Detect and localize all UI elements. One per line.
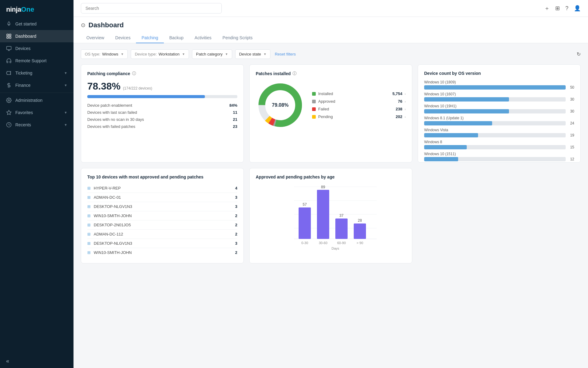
device-row[interactable]: ⊞ ADMAN-DC-112 2 (87, 230, 237, 239)
device-row[interactable]: ⊞ ADMAN-DC-01 3 (87, 193, 237, 202)
os-type-filter[interactable]: OS type: Windows ▼ (81, 49, 128, 59)
tab-backup[interactable]: Backup (164, 33, 189, 43)
sidebar-item-ticketing[interactable]: Ticketing ▼ (0, 67, 74, 79)
os-bar-label: Windows 8 (424, 140, 574, 144)
donut-container: 79.08% Installed 5,754 › (256, 81, 406, 130)
refresh-icon[interactable]: ↻ (577, 51, 581, 57)
page-title: Dashboard (89, 21, 124, 29)
sidebar-label-favorites: Favorites (15, 110, 33, 115)
pending-count: 202 (396, 114, 402, 119)
donut-center: 79.08% (272, 102, 288, 108)
os-bar-fill (424, 85, 566, 90)
device-count: 3 (235, 241, 237, 246)
apps-icon[interactable]: ⊞ (555, 5, 560, 12)
donut-chart: 79.08% (256, 81, 305, 130)
legend-pending[interactable]: Pending 202 › (312, 114, 406, 119)
patches-info-icon[interactable]: ⓘ (292, 71, 296, 76)
sidebar-label-ticketing: Ticketing (15, 71, 32, 75)
svg-rect-1 (7, 34, 8, 36)
bar-label-60-90: 37 (339, 213, 344, 218)
grid-icon (6, 33, 12, 39)
pending-arrow-icon: › (405, 115, 406, 119)
sidebar-label-devices: Devices (15, 46, 31, 51)
sidebar-label-dashboard: Dashboard (15, 34, 36, 39)
tab-devices[interactable]: Devices (110, 33, 136, 43)
svg-point-9 (8, 100, 10, 101)
sidebar-item-get-started[interactable]: Get started (0, 18, 74, 30)
stat-no-scan-label: Devices with no scan in 30 days (87, 117, 144, 122)
compliance-progress-fill (87, 95, 205, 98)
device-row[interactable]: ⊞ WIN10-SMITH-JOHN 2 (87, 211, 237, 220)
device-row[interactable]: ⊞ WIN10-SMITH-JOHN 2 (87, 248, 237, 257)
windows-icon: ⊞ (87, 250, 91, 255)
os-bar-track (424, 145, 566, 149)
legend-approved[interactable]: Approved 76 › (312, 99, 406, 104)
device-type-chevron-icon: ▼ (182, 52, 185, 56)
stat-enablement-value: 84% (229, 103, 237, 108)
sidebar-item-administration[interactable]: Administration (0, 94, 74, 106)
device-row[interactable]: ⊞ HYPER-V-REP 4 (87, 184, 237, 193)
device-count: 4 (235, 186, 237, 190)
sidebar-item-dashboard[interactable]: Dashboard (0, 30, 74, 42)
reset-filters-button[interactable]: Reset filters (275, 52, 296, 56)
sidebar-collapse-button[interactable]: « (0, 354, 74, 368)
sidebar-item-devices[interactable]: Devices (0, 42, 74, 55)
ticket-icon (6, 70, 12, 76)
patches-installed-title: Patches installed ⓘ (256, 71, 406, 76)
os-bar-track (424, 121, 566, 125)
add-icon[interactable]: ＋ (544, 5, 550, 12)
device-name: DESKTOP-2N01JO5 (94, 223, 232, 227)
logo-one: One (21, 6, 34, 13)
stat-row: Devices with failed patches 23 (87, 124, 237, 129)
x-axis-title: Days (331, 247, 339, 250)
logo: ninjaOne (0, 0, 74, 18)
sidebar-item-favorites[interactable]: Favorites ▼ (0, 106, 74, 119)
os-bar-count: 12 (568, 157, 574, 161)
device-row[interactable]: ⊞ DESKTOP-NLGV1N3 3 (87, 239, 237, 248)
tab-patching[interactable]: Patching (136, 33, 164, 43)
os-bar-track (424, 157, 566, 161)
sidebar-item-remote-support[interactable]: Remote Support (0, 55, 74, 67)
os-bar-fill (424, 133, 478, 137)
os-bar-fill (424, 97, 509, 102)
stat-row: Device patch enablement 84% (87, 103, 237, 108)
os-bar-list: Windows 10 (1809) 50 Windows 10 (1607) 3… (424, 80, 574, 163)
user-icon[interactable]: 👤 (574, 5, 581, 12)
sidebar-item-recents[interactable]: Recents ▼ (0, 119, 74, 131)
compliance-stats: Device patch enablement 84% Devices with… (87, 103, 237, 129)
device-name: WIN10-SMITH-JOHN (94, 250, 232, 255)
patch-category-filter[interactable]: Patch category ▼ (192, 49, 232, 59)
installed-arrow-icon: › (405, 92, 406, 96)
settings-icon (6, 98, 12, 103)
legend-installed[interactable]: Installed 5,754 › (312, 91, 406, 96)
os-bar-item: Windows 10 (1607) 30 (424, 92, 574, 102)
help-icon[interactable]: ? (565, 5, 568, 12)
legend-failed[interactable]: Failed 238 › (312, 107, 406, 111)
os-type-value: Windows (102, 52, 119, 56)
windows-icon: ⊞ (87, 186, 91, 190)
sidebar-item-finance[interactable]: Finance ▼ (0, 79, 74, 91)
sidebar-label-recents: Recents (15, 122, 31, 127)
compliance-info-icon[interactable]: ⓘ (132, 71, 136, 76)
approved-count: 76 (398, 99, 402, 104)
x-label-0-30: 0-30 (301, 241, 308, 245)
device-count: 2 (235, 232, 237, 236)
tab-pending-scripts[interactable]: Pending Scripts (217, 33, 258, 43)
device-type-filter[interactable]: Device type: Workstation ▼ (131, 49, 189, 59)
os-bar-label: Windows 10 (19H1) (424, 104, 574, 108)
device-row[interactable]: ⊞ DESKTOP-2N01JO5 2 (87, 220, 237, 230)
failed-count: 238 (396, 107, 402, 111)
device-name: DESKTOP-NLGV1N3 (94, 241, 232, 246)
search-input[interactable] (81, 3, 222, 13)
bar-chart-svg: 57 89 37 28 0-30 30-60 60-90 (256, 184, 406, 251)
device-state-filter[interactable]: Device state ▼ (235, 49, 270, 59)
os-bar-fill (424, 109, 509, 113)
logo-ninja: ninja (6, 6, 21, 13)
ticketing-chevron-icon: ▼ (64, 71, 67, 75)
tab-activities[interactable]: Activities (189, 33, 217, 43)
windows-icon: ⊞ (87, 195, 91, 200)
tab-overview[interactable]: Overview (81, 33, 110, 43)
svg-marker-10 (7, 110, 11, 115)
device-row[interactable]: ⊞ DESKTOP-NLGV1N3 3 (87, 202, 237, 211)
svg-rect-3 (7, 37, 8, 38)
